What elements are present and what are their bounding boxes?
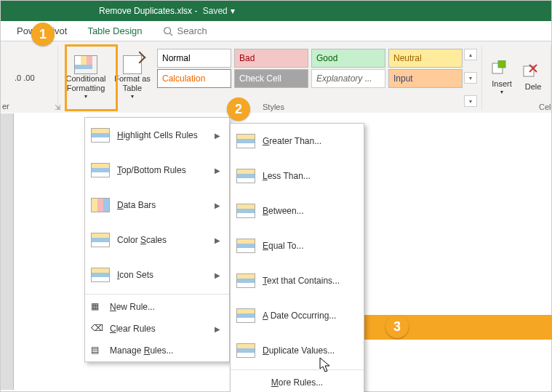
less-than-icon xyxy=(236,169,255,183)
submenu-date-occurring[interactable]: A Date Occurring... xyxy=(231,298,364,333)
menu-clear-rules[interactable]: ⌫ Clear Rules ▶ xyxy=(85,318,229,340)
chevron-right-icon: ▶ xyxy=(215,236,220,244)
top-bottom-icon xyxy=(91,163,110,177)
submenu-equal-to[interactable]: Equal To... xyxy=(231,228,364,263)
insert-button[interactable]: Insert ▾ xyxy=(485,49,519,107)
conditional-formatting-menu: HHighlight Cells Rulesighlight Cells Rul… xyxy=(84,117,230,362)
svg-rect-4 xyxy=(498,60,505,68)
style-bad[interactable]: Bad xyxy=(234,49,308,68)
menu-color-scales[interactable]: Color Scales ▶ xyxy=(85,223,229,257)
style-neutral[interactable]: Neutral xyxy=(388,49,463,68)
chevron-right-icon: ▶ xyxy=(215,167,220,175)
row-headers xyxy=(1,113,14,390)
insert-icon xyxy=(491,60,513,79)
file-name: Remove Duplicates.xlsx xyxy=(99,6,192,16)
cells-group: Insert ▾ Dele xyxy=(482,46,551,110)
svg-text:.0 .00: .0 .00 xyxy=(15,73,35,82)
save-status[interactable]: Saved xyxy=(203,6,228,16)
delete-button[interactable]: Dele xyxy=(519,49,548,107)
fat-label: Format as Table xyxy=(114,74,151,93)
callout-badge-3: 3 xyxy=(385,315,409,338)
callout-badge-2: 2 xyxy=(227,97,250,121)
chevron-right-icon: ▶ xyxy=(215,201,220,209)
styles-group: Conditional Formatting ▾ Format as Table… xyxy=(58,46,482,110)
scroll-up-icon[interactable]: ▴ xyxy=(464,49,477,60)
date-occurring-icon xyxy=(236,308,255,323)
left-truncated-label: er xyxy=(2,102,9,111)
menu-new-rule[interactable]: ▦ New Rule... xyxy=(85,296,229,318)
svg-line-1 xyxy=(169,33,172,36)
text-contains-icon xyxy=(236,273,255,288)
scroll-down-icon[interactable]: ▾ xyxy=(464,72,477,84)
format-as-table-icon xyxy=(123,55,142,74)
style-input[interactable]: Input xyxy=(388,69,463,88)
number-format-icons[interactable]: .0 .00 xyxy=(13,71,45,85)
chevron-down-icon: ▾ xyxy=(84,93,87,100)
conditional-formatting-button[interactable]: Conditional Formatting ▾ xyxy=(63,46,109,110)
titlebar: Remove Duplicates.xlsx - Saved ▾ xyxy=(1,1,551,21)
svg-point-0 xyxy=(164,27,170,33)
cell-styles-gallery[interactable]: Normal Bad Good Neutral Calculation Chec… xyxy=(156,46,464,110)
submenu-duplicate-values[interactable]: Duplicate Values... xyxy=(231,333,364,368)
style-calculation[interactable]: Calculation xyxy=(157,69,231,88)
menu-top-bottom-rules[interactable]: Top/Bottom Rules ▶ xyxy=(85,153,229,188)
duplicate-values-icon xyxy=(236,343,255,358)
callout-badge-1: 1 xyxy=(31,23,55,46)
excel-window: Remove Duplicates.xlsx - Saved ▾ Power P… xyxy=(0,0,552,392)
ribbon: .0 .00 ⇲ Conditional Formatting ▾ Format… xyxy=(1,41,551,113)
search-icon xyxy=(163,26,173,36)
new-rule-icon: ▦ xyxy=(91,301,103,313)
equal-to-icon xyxy=(236,239,255,253)
search-placeholder: Search xyxy=(177,25,207,36)
style-check-cell[interactable]: Check Cell xyxy=(234,69,308,88)
styles-gallery-scroll[interactable]: ▴ ▾ ▾ xyxy=(464,46,477,110)
delete-icon xyxy=(522,63,544,82)
menu-data-bars[interactable]: Data Bars ▶ xyxy=(85,188,229,223)
menu-icon-sets[interactable]: Icon Sets ▶ xyxy=(85,257,229,292)
chevron-right-icon: ▶ xyxy=(215,325,220,333)
submenu-greater-than[interactable]: Greater Than... xyxy=(231,124,364,159)
highlight-cells-icon xyxy=(91,128,110,143)
search-box[interactable]: Search xyxy=(163,25,207,36)
chevron-down-icon: ▾ xyxy=(131,93,134,100)
group-label-cells: Cel xyxy=(539,103,551,111)
conditional-formatting-icon xyxy=(74,55,97,74)
ribbon-tabs: Power Pivot Table Design Search xyxy=(1,21,551,41)
style-good[interactable]: Good xyxy=(311,49,385,68)
tab-table-design[interactable]: Table Design xyxy=(87,25,142,36)
between-icon xyxy=(236,204,255,218)
data-bars-icon xyxy=(91,198,110,212)
manage-rules-icon: ▤ xyxy=(91,345,103,356)
cf-label: Conditional Formatting xyxy=(65,74,105,93)
icon-sets-icon xyxy=(91,268,110,282)
menu-highlight-cells-rules[interactable]: HHighlight Cells Rulesighlight Cells Rul… xyxy=(85,118,229,153)
style-explanatory[interactable]: Explanatory ... xyxy=(311,69,385,88)
clear-rules-icon: ⌫ xyxy=(91,323,103,335)
chevron-right-icon: ▶ xyxy=(215,132,220,140)
submenu-more-rules[interactable]: More Rules... xyxy=(231,372,364,392)
color-scales-icon xyxy=(91,233,110,247)
chevron-down-icon: ▾ xyxy=(500,89,503,96)
scroll-expand-icon[interactable]: ▾ xyxy=(464,95,477,107)
chevron-right-icon: ▶ xyxy=(215,271,220,279)
submenu-text-contains[interactable]: Text that Contains... xyxy=(231,263,364,298)
chevron-down-icon[interactable]: ▾ xyxy=(231,6,235,16)
highlight-cells-submenu: Greater Than... Less Than... Between... … xyxy=(230,123,364,392)
style-normal[interactable]: Normal xyxy=(157,49,231,68)
greater-than-icon xyxy=(236,134,255,148)
submenu-between[interactable]: Between... xyxy=(231,193,364,228)
submenu-less-than[interactable]: Less Than... xyxy=(231,159,364,193)
menu-manage-rules[interactable]: ▤ Manage Rules... xyxy=(85,340,229,361)
dialog-launcher-icon[interactable]: ⇲ xyxy=(55,103,60,111)
delete-label: Dele xyxy=(525,82,542,92)
format-as-table-button[interactable]: Format as Table ▾ xyxy=(109,46,156,110)
insert-label: Insert xyxy=(492,79,512,89)
number-group: .0 .00 ⇲ xyxy=(1,46,58,110)
group-label-styles: Styles xyxy=(263,103,284,111)
